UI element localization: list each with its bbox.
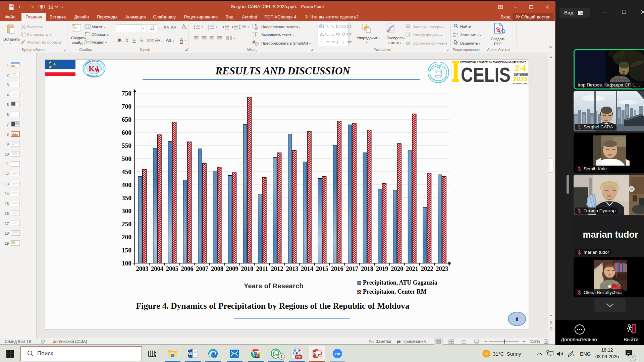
svg-text:2023: 2023 — [436, 265, 448, 272]
svg-text:2025: 2025 — [513, 76, 528, 82]
svg-text:400: 400 — [122, 181, 131, 188]
svg-text:2003: 2003 — [136, 265, 148, 272]
svg-text:100: 100 — [122, 260, 131, 267]
svg-text:Years of Research: Years of Research — [244, 282, 304, 290]
svg-text:zm: zm — [334, 352, 340, 356]
svg-text:700: 700 — [122, 103, 131, 110]
svg-text:2-4: 2-4 — [515, 64, 526, 73]
svg-text:2014: 2014 — [301, 265, 313, 272]
svg-text:Figure 4. Dynamics of Precipit: Figure 4. Dynamics of Precipitation by R… — [136, 301, 409, 311]
svg-text:2022: 2022 — [421, 265, 433, 272]
svg-text:3: 3 — [208, 28, 209, 30]
svg-text:2010: 2010 — [241, 265, 253, 272]
svg-text:2018: 2018 — [361, 265, 373, 272]
svg-text:350: 350 — [122, 194, 131, 201]
svg-text:200: 200 — [122, 234, 131, 241]
svg-text:A: A — [255, 23, 257, 27]
svg-text:P: P — [313, 351, 316, 356]
svg-text:250: 250 — [122, 221, 131, 228]
svg-text:2012: 2012 — [271, 265, 283, 272]
svg-text:2009: 2009 — [226, 265, 238, 272]
svg-text:CELIS: CELIS — [461, 63, 511, 86]
svg-text:600: 600 — [122, 129, 131, 136]
svg-text:marian tudor: marian tudor — [583, 230, 638, 240]
svg-text:2016: 2016 — [331, 265, 343, 272]
svg-text:RESULTS AND DISCUSSION: RESULTS AND DISCUSSION — [215, 65, 351, 77]
svg-text:Precipitation, ATU Gagauzia: Precipitation, ATU Gagauzia — [363, 279, 437, 286]
svg-text:650: 650 — [122, 116, 131, 123]
svg-text:2004: 2004 — [151, 265, 163, 272]
svg-text:750: 750 — [122, 90, 131, 97]
svg-text:2011: 2011 — [256, 265, 268, 272]
svg-text:2007: 2007 — [196, 265, 208, 272]
svg-text:KYRENIA-TRNC: KYRENIA-TRNC — [513, 82, 528, 84]
svg-text:8: 8 — [516, 316, 519, 322]
svg-text:300: 300 — [122, 207, 131, 215]
svg-text:150: 150 — [122, 247, 131, 254]
svg-text:2015: 2015 — [316, 265, 328, 272]
svg-text:450: 450 — [122, 168, 131, 175]
svg-text:ac: ac — [453, 35, 456, 37]
svg-text:2008: 2008 — [211, 265, 223, 272]
svg-text:500: 500 — [122, 155, 131, 162]
svg-text:Precipitaion, Center RM: Precipitaion, Center RM — [363, 288, 427, 295]
svg-text:PDF: PDF — [296, 355, 302, 359]
svg-text:{: { — [337, 40, 338, 44]
svg-text:}: } — [342, 40, 344, 44]
svg-text:2005: 2005 — [166, 265, 178, 272]
svg-text:550: 550 — [122, 142, 131, 149]
svg-text:2017: 2017 — [346, 265, 358, 272]
svg-text:2021: 2021 — [406, 265, 418, 272]
svg-text:Kdu: Kdu — [89, 64, 100, 74]
svg-text:2013: 2013 — [286, 265, 298, 272]
svg-text:W: W — [188, 351, 193, 356]
svg-text:2020: 2020 — [391, 265, 403, 272]
svg-text:2019: 2019 — [376, 265, 388, 272]
svg-text:2006: 2006 — [181, 265, 194, 272]
